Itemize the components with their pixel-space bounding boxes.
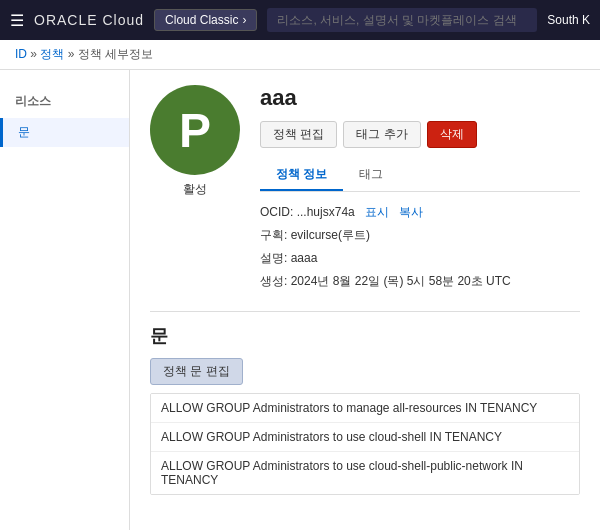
header: ☰ ORACLE Cloud Cloud Classic › South K [0,0,600,40]
breadcrumb-sep1: » [30,47,37,61]
oracle-logo: ORACLE Cloud [34,12,144,28]
breadcrumb: ID » 정책 » 정책 세부정보 [0,40,600,70]
policy-name: aaa [260,85,580,111]
owner-label: 구획: [260,228,287,242]
statement-row: ALLOW GROUP Administrators to use cloud-… [151,452,579,494]
edit-policy-button[interactable]: 정책 편집 [260,121,337,148]
content-area: P 활성 aaa 정책 편집 태그 추가 삭제 정책 정보 태그 O [130,70,600,530]
description-value: aaaa [291,251,318,265]
statement-row: ALLOW GROUP Administrators to use cloud-… [151,423,579,452]
hamburger-icon[interactable]: ☰ [10,11,24,30]
policy-header: P 활성 aaa 정책 편집 태그 추가 삭제 정책 정보 태그 O [150,85,580,296]
add-tag-button[interactable]: 태그 추가 [343,121,420,148]
description-row: 설명: aaaa [260,250,580,267]
sidebar-item-statements[interactable]: 문 [0,118,129,147]
owner-row: 구획: evilcurse(루트) [260,227,580,244]
ocid-row: OCID: ...hujsx74a 표시 복사 [260,204,580,221]
edit-statements-button[interactable]: 정책 문 편집 [150,358,243,385]
policy-actions: 정책 편집 태그 추가 삭제 [260,121,580,148]
search-input[interactable] [267,8,537,32]
breadcrumb-current: 정책 세부정보 [78,47,153,61]
chevron-right-icon: › [242,13,246,27]
breadcrumb-sep2: » [68,47,75,61]
sidebar: 리소스 문 [0,70,130,530]
created-value: 2024년 8월 22일 (목) 5시 58분 20초 UTC [291,274,511,288]
ocid-show-link[interactable]: 표시 [365,205,389,219]
created-row: 생성: 2024년 8월 22일 (목) 5시 58분 20초 UTC [260,273,580,290]
breadcrumb-policies[interactable]: 정책 [40,47,64,61]
cloud-text: Cloud [102,12,144,28]
policy-tabs: 정책 정보 태그 [260,160,580,192]
avatar-status: 활성 [183,181,207,198]
main-layout: 리소스 문 P 활성 aaa 정책 편집 태그 추가 삭제 [0,70,600,530]
oracle-text: ORACLE [34,12,98,28]
statements-section: 문 정책 문 편집 ALLOW GROUP Administrators to … [150,324,580,495]
avatar-container: P 활성 [150,85,240,296]
tab-policy-info[interactable]: 정책 정보 [260,160,343,191]
user-region: South K [547,13,590,27]
section-divider [150,311,580,312]
statement-row: ALLOW GROUP Administrators to manage all… [151,394,579,423]
owner-value: evilcurse(루트) [291,228,370,242]
ocid-copy-link[interactable]: 복사 [399,205,423,219]
resources-label: 리소스 [0,85,129,118]
cloud-classic-label: Cloud Classic [165,13,238,27]
ocid-label: OCID: [260,205,293,219]
delete-policy-button[interactable]: 삭제 [427,121,477,148]
avatar-letter: P [179,103,211,158]
description-label: 설명: [260,251,287,265]
created-label: 생성: [260,274,287,288]
cloud-classic-button[interactable]: Cloud Classic › [154,9,257,31]
breadcrumb-id[interactable]: ID [15,47,27,61]
ocid-value: ...hujsx74a [297,205,355,219]
policy-avatar: P [150,85,240,175]
statements-table: ALLOW GROUP Administrators to manage all… [150,393,580,495]
tab-tags[interactable]: 태그 [343,160,399,191]
policy-info: aaa 정책 편집 태그 추가 삭제 정책 정보 태그 OCID: ...huj… [260,85,580,296]
statements-title: 문 [150,324,580,348]
